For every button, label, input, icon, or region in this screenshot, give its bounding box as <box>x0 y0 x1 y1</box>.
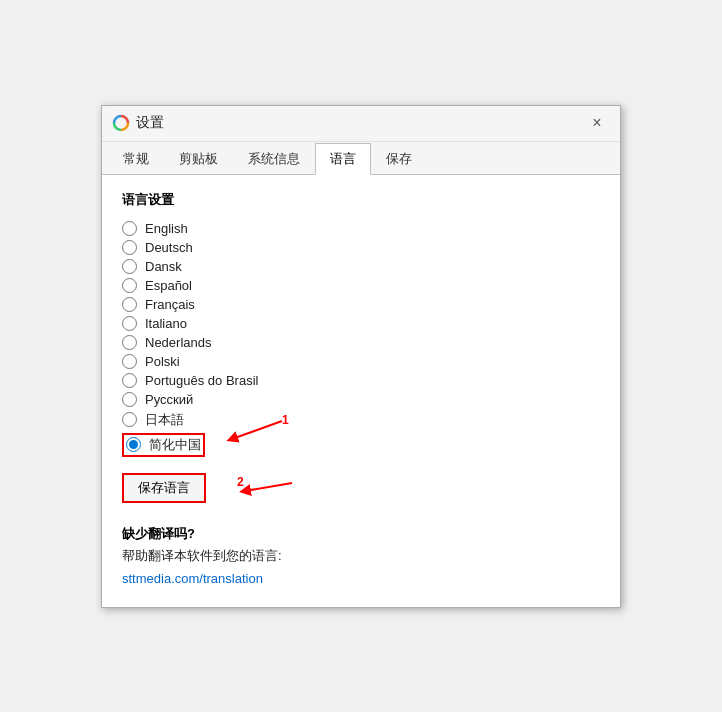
title-bar-left: 设置 <box>112 114 164 132</box>
app-icon <box>112 114 130 132</box>
settings-window: 设置 × 常规 剪贴板 系统信息 语言 保存 语言设置 English <box>101 105 621 608</box>
language-label: Deutsch <box>145 240 193 255</box>
missing-translation-description: 帮助翻译本软件到您的语言: <box>122 547 600 565</box>
language-label: Italiano <box>145 316 187 331</box>
list-item: Français <box>122 295 600 314</box>
list-item: Deutsch <box>122 238 600 257</box>
language-section-title: 语言设置 <box>122 191 600 209</box>
tab-save[interactable]: 保存 <box>371 143 427 175</box>
app-window: 设置 × 常规 剪贴板 系统信息 语言 保存 语言设置 English <box>101 105 621 608</box>
list-item: Español <box>122 276 600 295</box>
missing-translation-title: 缺少翻译吗? <box>122 525 600 543</box>
save-btn-wrapper: 保存语言 2 <box>122 473 206 503</box>
radio-italiano[interactable] <box>122 316 137 331</box>
list-item: Português do Brasil <box>122 371 600 390</box>
list-item: Italiano <box>122 314 600 333</box>
language-label: 日本語 <box>145 411 184 429</box>
list-item: 简化中国 1 <box>122 431 600 459</box>
radio-portuguese[interactable] <box>122 373 137 388</box>
language-label: Dansk <box>145 259 182 274</box>
list-item: English <box>122 219 600 238</box>
list-item: Polski <box>122 352 600 371</box>
translation-link[interactable]: sttmedia.com/translation <box>122 571 263 586</box>
arrow-2-svg <box>237 479 302 503</box>
tab-clipboard[interactable]: 剪贴板 <box>164 143 233 175</box>
save-language-button[interactable]: 保存语言 <box>122 473 206 503</box>
language-label: English <box>145 221 188 236</box>
list-item: Dansk <box>122 257 600 276</box>
language-list: English Deutsch Dansk Español <box>122 219 600 459</box>
tab-bar: 常规 剪贴板 系统信息 语言 保存 <box>102 142 620 175</box>
radio-japanese[interactable] <box>122 412 137 427</box>
language-label: Español <box>145 278 192 293</box>
radio-dansk[interactable] <box>122 259 137 274</box>
radio-russian[interactable] <box>122 392 137 407</box>
missing-translation-section: 缺少翻译吗? 帮助翻译本软件到您的语言: sttmedia.com/transl… <box>122 525 600 587</box>
svg-line-2 <box>245 483 292 491</box>
window-title: 设置 <box>136 114 164 132</box>
content-area: 语言设置 English Deutsch Dansk <box>102 175 620 607</box>
language-label: 简化中国 <box>149 436 201 454</box>
language-label: Português do Brasil <box>145 373 258 388</box>
annotation-2: 2 <box>237 475 244 489</box>
language-label: Русский <box>145 392 193 407</box>
radio-espanol[interactable] <box>122 278 137 293</box>
radio-simplified-chinese[interactable] <box>126 437 141 452</box>
title-bar: 设置 × <box>102 106 620 142</box>
language-label: Nederlands <box>145 335 212 350</box>
selected-language-box: 简化中国 <box>122 433 205 457</box>
list-item: Русский <box>122 390 600 409</box>
tab-general[interactable]: 常规 <box>108 143 164 175</box>
radio-francais[interactable] <box>122 297 137 312</box>
tab-system-info[interactable]: 系统信息 <box>233 143 315 175</box>
language-label: Français <box>145 297 195 312</box>
radio-nederlands[interactable] <box>122 335 137 350</box>
list-item: 日本語 <box>122 409 600 431</box>
language-label: Polski <box>145 354 180 369</box>
close-button[interactable]: × <box>584 110 610 136</box>
list-item: Nederlands <box>122 333 600 352</box>
radio-english[interactable] <box>122 221 137 236</box>
radio-deutsch[interactable] <box>122 240 137 255</box>
tab-language[interactable]: 语言 <box>315 143 371 175</box>
radio-polski[interactable] <box>122 354 137 369</box>
